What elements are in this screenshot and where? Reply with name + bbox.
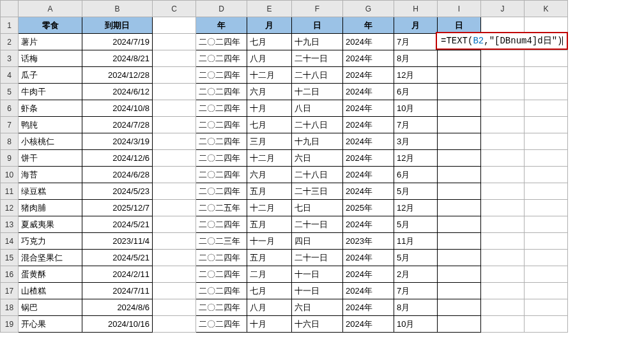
cell-snack[interactable]: 猪肉脯 — [19, 200, 82, 216]
cell-year-num[interactable]: 2024年 — [343, 84, 394, 100]
cell-year-cn[interactable]: 二〇二四年 — [196, 133, 247, 150]
cell-month-num[interactable]: 8月 — [394, 299, 438, 316]
cell-snack[interactable]: 小核桃仁 — [19, 133, 82, 150]
cell-empty-K[interactable] — [525, 283, 568, 299]
row-header-14[interactable]: 14 — [1, 233, 19, 250]
row-header-1[interactable]: 1 — [1, 17, 19, 34]
cell-day-cn[interactable]: 二十三日 — [292, 183, 343, 200]
formula-edit-box[interactable]: =TEXT(B2,"[DBnum4]d日") — [436, 32, 568, 50]
cell-empty-K[interactable] — [525, 133, 568, 150]
row-header-11[interactable]: 11 — [1, 183, 19, 200]
cell-snack[interactable]: 虾条 — [19, 100, 82, 117]
cell-empty-K[interactable] — [525, 84, 568, 100]
cell-month-cn[interactable]: 五月 — [247, 250, 292, 266]
cell-year-num[interactable]: 2024年 — [343, 133, 394, 150]
cell-day-num[interactable] — [438, 150, 481, 167]
cell-year-cn[interactable]: 二〇二四年 — [196, 84, 247, 100]
header-month-num[interactable]: 月 — [394, 17, 438, 34]
col-header-A[interactable]: A — [19, 1, 82, 17]
cell-month-cn[interactable]: 五月 — [247, 216, 292, 233]
cell-empty-C[interactable] — [153, 150, 196, 167]
cell-empty-C[interactable] — [153, 316, 196, 333]
cell-day-cn[interactable]: 十六日 — [292, 316, 343, 333]
cell-day-cn[interactable]: 四日 — [292, 233, 343, 250]
cell-month-num[interactable]: 10月 — [394, 100, 438, 117]
cell-month-num[interactable]: 8月 — [394, 50, 438, 67]
cell-year-num[interactable]: 2024年 — [343, 34, 394, 50]
cell-month-num[interactable]: 10月 — [394, 316, 438, 333]
row-header-13[interactable]: 13 — [1, 216, 19, 233]
header-year-num[interactable]: 年 — [343, 17, 394, 34]
cell-snack[interactable]: 绿豆糕 — [19, 183, 82, 200]
cell-empty-C[interactable] — [153, 250, 196, 266]
cell-month-num[interactable]: 5月 — [394, 183, 438, 200]
cell-empty-J[interactable] — [481, 299, 525, 316]
row-header-9[interactable]: 9 — [1, 150, 19, 167]
cell-day-cn[interactable]: 十九日 — [292, 34, 343, 50]
cell-year-num[interactable]: 2024年 — [343, 117, 394, 133]
col-header-G[interactable]: G — [343, 1, 394, 17]
cell-month-cn[interactable]: 七月 — [247, 283, 292, 299]
cell-expiry[interactable]: 2024/6/28 — [82, 167, 153, 183]
cell-empty-C[interactable] — [153, 266, 196, 283]
cell-month-cn[interactable]: 十一月 — [247, 233, 292, 250]
cell-month-cn[interactable]: 八月 — [247, 299, 292, 316]
cell-day-cn[interactable]: 八日 — [292, 100, 343, 117]
cell-empty-K[interactable] — [525, 50, 568, 67]
cell-empty-C[interactable] — [153, 100, 196, 117]
cell-day-cn[interactable]: 十一日 — [292, 266, 343, 283]
cell-day-num[interactable] — [438, 133, 481, 150]
cell-month-num[interactable]: 12月 — [394, 150, 438, 167]
row-header-17[interactable]: 17 — [1, 283, 19, 299]
cell-day-num[interactable] — [438, 233, 481, 250]
cell-year-num[interactable]: 2024年 — [343, 67, 394, 84]
cell-empty-C[interactable] — [153, 283, 196, 299]
cell-year-cn[interactable]: 二〇二四年 — [196, 100, 247, 117]
cell-month-cn[interactable]: 十二月 — [247, 200, 292, 216]
cell-empty-J[interactable] — [481, 150, 525, 167]
cell-month-cn[interactable]: 六月 — [247, 84, 292, 100]
row-header-5[interactable]: 5 — [1, 84, 19, 100]
cell-empty-J[interactable] — [481, 84, 525, 100]
cell-year-cn[interactable]: 二〇二四年 — [196, 299, 247, 316]
row-header-3[interactable]: 3 — [1, 50, 19, 67]
cell-day-num[interactable] — [438, 250, 481, 266]
cell-C1[interactable] — [153, 17, 196, 34]
row-header-18[interactable]: 18 — [1, 299, 19, 316]
cell-empty-K[interactable] — [525, 216, 568, 233]
row-header-10[interactable]: 10 — [1, 167, 19, 183]
col-header-B[interactable]: B — [82, 1, 153, 17]
cell-empty-J[interactable] — [481, 183, 525, 200]
cell-snack[interactable]: 锅巴 — [19, 299, 82, 316]
cell-empty-J[interactable] — [481, 216, 525, 233]
cell-expiry[interactable]: 2023/11/4 — [82, 233, 153, 250]
row-header-6[interactable]: 6 — [1, 100, 19, 117]
cell-empty-C[interactable] — [153, 183, 196, 200]
cell-empty-C[interactable] — [153, 117, 196, 133]
cell-year-num[interactable]: 2024年 — [343, 266, 394, 283]
cell-day-num[interactable] — [438, 50, 481, 67]
spreadsheet-grid[interactable]: A B C D E F G H I J K 1 零食 到期日 年 月 日 年 月… — [0, 0, 568, 333]
cell-month-num[interactable]: 7月 — [394, 117, 438, 133]
cell-year-num[interactable]: 2024年 — [343, 150, 394, 167]
cell-month-num[interactable]: 7月 — [394, 283, 438, 299]
cell-day-num[interactable] — [438, 266, 481, 283]
cell-month-cn[interactable]: 五月 — [247, 183, 292, 200]
col-header-H[interactable]: H — [394, 1, 438, 17]
cell-empty-C[interactable] — [153, 299, 196, 316]
cell-year-cn[interactable]: 二〇二五年 — [196, 200, 247, 216]
cell-year-cn[interactable]: 二〇二四年 — [196, 250, 247, 266]
header-year-cn[interactable]: 年 — [196, 17, 247, 34]
cell-year-cn[interactable]: 二〇二四年 — [196, 150, 247, 167]
cell-month-cn[interactable]: 六月 — [247, 167, 292, 183]
cell-day-num[interactable] — [438, 283, 481, 299]
cell-year-num[interactable]: 2024年 — [343, 50, 394, 67]
cell-expiry[interactable]: 2024/2/11 — [82, 266, 153, 283]
cell-snack[interactable]: 牛肉干 — [19, 84, 82, 100]
cell-empty-K[interactable] — [525, 200, 568, 216]
row-header-2[interactable]: 2 — [1, 34, 19, 50]
cell-month-num[interactable]: 2月 — [394, 266, 438, 283]
cell-month-num[interactable]: 12月 — [394, 67, 438, 84]
cell-empty-J[interactable] — [481, 67, 525, 84]
cell-empty-K[interactable] — [525, 117, 568, 133]
